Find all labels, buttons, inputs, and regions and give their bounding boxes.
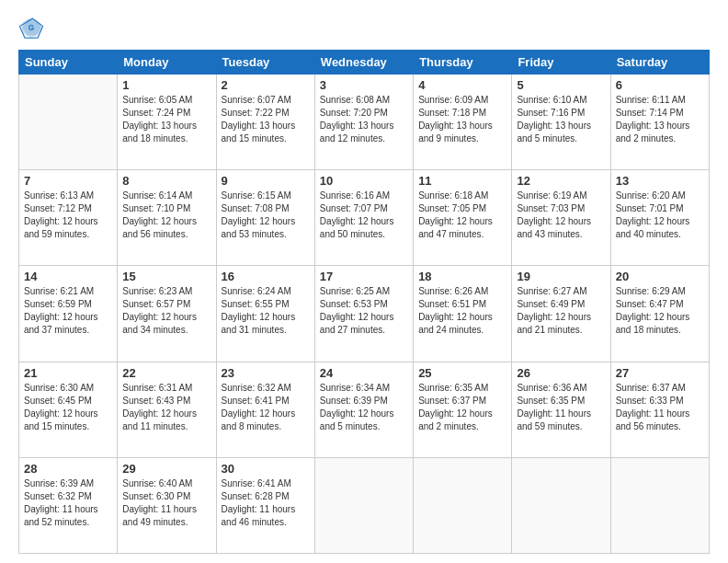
day-number: 25: [418, 366, 506, 380]
weekday-header-thursday: Thursday: [414, 51, 512, 75]
weekday-header-row: SundayMondayTuesdayWednesdayThursdayFrid…: [19, 51, 710, 75]
day-cell: 29Sunrise: 6:40 AMSunset: 6:30 PMDayligh…: [118, 457, 216, 553]
day-number: 28: [24, 462, 112, 476]
day-cell: 19Sunrise: 6:27 AMSunset: 6:49 PMDayligh…: [512, 266, 610, 362]
weekday-header-wednesday: Wednesday: [314, 51, 413, 75]
day-number: 7: [24, 174, 112, 188]
day-number: 23: [222, 366, 310, 380]
day-cell: 11Sunrise: 6:18 AMSunset: 7:05 PMDayligh…: [414, 170, 512, 266]
day-info: Sunrise: 6:13 AMSunset: 7:12 PMDaylight:…: [24, 190, 112, 241]
day-cell: 6Sunrise: 6:11 AMSunset: 7:14 PMDaylight…: [610, 75, 709, 170]
day-cell: 4Sunrise: 6:09 AMSunset: 7:18 PMDaylight…: [414, 75, 512, 170]
day-info: Sunrise: 6:15 AMSunset: 7:08 PMDaylight:…: [222, 190, 310, 241]
day-number: 24: [320, 366, 408, 380]
calendar-table: SundayMondayTuesdayWednesdayThursdayFrid…: [18, 50, 710, 554]
day-info: Sunrise: 6:14 AMSunset: 7:10 PMDaylight:…: [122, 190, 210, 241]
day-number: 29: [122, 462, 210, 476]
day-number: 22: [122, 366, 210, 380]
day-number: 8: [122, 174, 210, 188]
day-info: Sunrise: 6:41 AMSunset: 6:28 PMDaylight:…: [222, 477, 310, 529]
day-cell: 2Sunrise: 6:07 AMSunset: 7:22 PMDaylight…: [216, 75, 314, 170]
day-cell: [314, 457, 413, 553]
week-row-1: 7Sunrise: 6:13 AMSunset: 7:12 PMDaylight…: [19, 170, 710, 266]
day-cell: 23Sunrise: 6:32 AMSunset: 6:41 PMDayligh…: [216, 362, 314, 457]
week-row-3: 21Sunrise: 6:30 AMSunset: 6:45 PMDayligh…: [19, 362, 710, 457]
day-cell: 20Sunrise: 6:29 AMSunset: 6:47 PMDayligh…: [610, 266, 709, 362]
day-cell: 17Sunrise: 6:25 AMSunset: 6:53 PMDayligh…: [314, 266, 413, 362]
day-cell: 16Sunrise: 6:24 AMSunset: 6:55 PMDayligh…: [216, 266, 314, 362]
day-info: Sunrise: 6:25 AMSunset: 6:53 PMDaylight:…: [320, 285, 408, 337]
logo-icon: G: [18, 15, 44, 40]
day-info: Sunrise: 6:36 AMSunset: 6:35 PMDaylight:…: [517, 382, 605, 433]
day-info: Sunrise: 6:19 AMSunset: 7:03 PMDaylight:…: [517, 190, 605, 241]
day-cell: 10Sunrise: 6:16 AMSunset: 7:07 PMDayligh…: [314, 170, 413, 266]
day-info: Sunrise: 6:20 AMSunset: 7:01 PMDaylight:…: [616, 190, 704, 241]
day-cell: 25Sunrise: 6:35 AMSunset: 6:37 PMDayligh…: [414, 362, 512, 457]
day-cell: 27Sunrise: 6:37 AMSunset: 6:33 PMDayligh…: [610, 362, 709, 457]
day-cell: 5Sunrise: 6:10 AMSunset: 7:16 PMDaylight…: [512, 75, 610, 170]
day-number: 4: [418, 78, 506, 92]
day-info: Sunrise: 6:11 AMSunset: 7:14 PMDaylight:…: [616, 94, 704, 145]
day-cell: 22Sunrise: 6:31 AMSunset: 6:43 PMDayligh…: [118, 362, 216, 457]
day-info: Sunrise: 6:32 AMSunset: 6:41 PMDaylight:…: [222, 382, 310, 433]
day-info: Sunrise: 6:26 AMSunset: 6:51 PMDaylight:…: [418, 285, 506, 337]
day-info: Sunrise: 6:23 AMSunset: 6:57 PMDaylight:…: [122, 285, 210, 337]
day-info: Sunrise: 6:07 AMSunset: 7:22 PMDaylight:…: [222, 94, 310, 145]
day-info: Sunrise: 6:24 AMSunset: 6:55 PMDaylight:…: [222, 285, 310, 337]
day-number: 16: [222, 270, 310, 283]
day-cell: 3Sunrise: 6:08 AMSunset: 7:20 PMDaylight…: [314, 75, 413, 170]
day-number: 17: [320, 270, 408, 283]
weekday-header-monday: Monday: [118, 51, 216, 75]
day-number: 13: [616, 174, 704, 188]
day-number: 10: [320, 174, 408, 188]
day-cell: 14Sunrise: 6:21 AMSunset: 6:59 PMDayligh…: [19, 266, 118, 362]
week-row-4: 28Sunrise: 6:39 AMSunset: 6:32 PMDayligh…: [19, 457, 710, 553]
header: G: [18, 15, 710, 40]
day-number: 2: [222, 78, 310, 92]
day-cell: 26Sunrise: 6:36 AMSunset: 6:35 PMDayligh…: [512, 362, 610, 457]
day-cell: 21Sunrise: 6:30 AMSunset: 6:45 PMDayligh…: [19, 362, 118, 457]
weekday-header-sunday: Sunday: [19, 51, 118, 75]
day-number: 6: [616, 78, 704, 92]
day-info: Sunrise: 6:37 AMSunset: 6:33 PMDaylight:…: [616, 382, 704, 433]
day-number: 27: [616, 366, 704, 380]
weekday-header-tuesday: Tuesday: [216, 51, 314, 75]
day-info: Sunrise: 6:35 AMSunset: 6:37 PMDaylight:…: [418, 382, 506, 433]
day-info: Sunrise: 6:29 AMSunset: 6:47 PMDaylight:…: [616, 285, 704, 337]
weekday-header-friday: Friday: [512, 51, 610, 75]
logo: G: [18, 15, 48, 40]
day-cell: 15Sunrise: 6:23 AMSunset: 6:57 PMDayligh…: [118, 266, 216, 362]
day-info: Sunrise: 6:21 AMSunset: 6:59 PMDaylight:…: [24, 285, 112, 337]
day-number: 30: [222, 462, 310, 476]
day-cell: 30Sunrise: 6:41 AMSunset: 6:28 PMDayligh…: [216, 457, 314, 553]
svg-text:G: G: [28, 23, 35, 32]
day-number: 26: [517, 366, 605, 380]
day-cell: 24Sunrise: 6:34 AMSunset: 6:39 PMDayligh…: [314, 362, 413, 457]
day-info: Sunrise: 6:05 AMSunset: 7:24 PMDaylight:…: [122, 94, 210, 145]
day-number: 3: [320, 78, 408, 92]
day-info: Sunrise: 6:40 AMSunset: 6:30 PMDaylight:…: [122, 477, 210, 529]
day-cell: [19, 75, 118, 170]
page: G SundayMondayTuesdayWednesdayThursdayFr…: [0, 0, 728, 563]
day-number: 12: [517, 174, 605, 188]
day-info: Sunrise: 6:39 AMSunset: 6:32 PMDaylight:…: [24, 477, 112, 529]
day-cell: 12Sunrise: 6:19 AMSunset: 7:03 PMDayligh…: [512, 170, 610, 266]
day-number: 5: [517, 78, 605, 92]
day-cell: [512, 457, 610, 553]
day-info: Sunrise: 6:34 AMSunset: 6:39 PMDaylight:…: [320, 382, 408, 433]
day-cell: 13Sunrise: 6:20 AMSunset: 7:01 PMDayligh…: [610, 170, 709, 266]
day-number: 18: [418, 270, 506, 283]
day-info: Sunrise: 6:09 AMSunset: 7:18 PMDaylight:…: [418, 94, 506, 145]
day-cell: 28Sunrise: 6:39 AMSunset: 6:32 PMDayligh…: [19, 457, 118, 553]
day-cell: 8Sunrise: 6:14 AMSunset: 7:10 PMDaylight…: [118, 170, 216, 266]
day-number: 14: [24, 270, 112, 283]
day-number: 21: [24, 366, 112, 380]
day-cell: 9Sunrise: 6:15 AMSunset: 7:08 PMDaylight…: [216, 170, 314, 266]
day-number: 15: [122, 270, 210, 283]
day-number: 20: [616, 270, 704, 283]
day-info: Sunrise: 6:31 AMSunset: 6:43 PMDaylight:…: [122, 382, 210, 433]
day-info: Sunrise: 6:16 AMSunset: 7:07 PMDaylight:…: [320, 190, 408, 241]
weekday-header-saturday: Saturday: [610, 51, 709, 75]
day-number: 1: [122, 78, 210, 92]
day-cell: 1Sunrise: 6:05 AMSunset: 7:24 PMDaylight…: [118, 75, 216, 170]
